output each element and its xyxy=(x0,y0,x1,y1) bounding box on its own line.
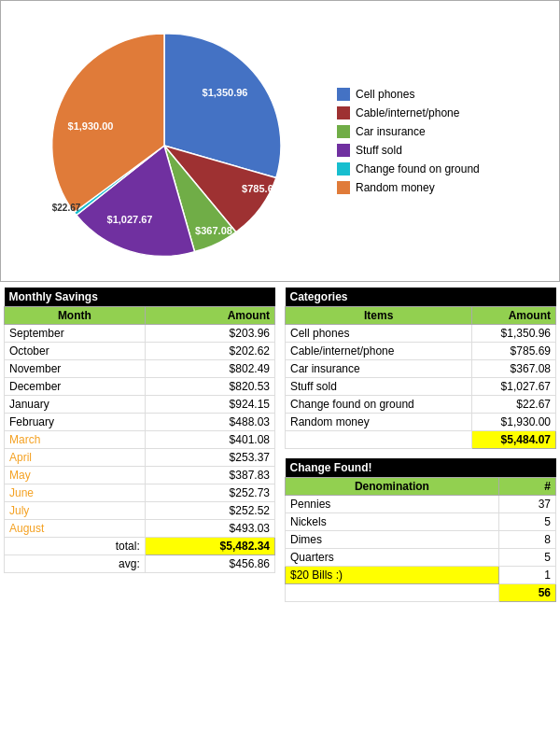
legend-label-car-insurance: Car insurance xyxy=(356,125,426,138)
table-row: January $924.15 xyxy=(5,396,275,414)
categories-table: Categories Items Amount Cell phones $1,3… xyxy=(285,288,556,449)
change-found-title: Change Found! xyxy=(286,458,556,478)
svg-text:$1,027.67: $1,027.67 xyxy=(107,214,153,225)
change-total-row: 56 xyxy=(286,584,556,602)
table-row: May $387.83 xyxy=(5,467,275,484)
table-row: Cell phones $1,350.96 xyxy=(286,325,556,343)
table-row: July $252.52 xyxy=(5,502,275,520)
denom-1: Nickels xyxy=(286,513,499,531)
amount-may: $387.83 xyxy=(145,467,274,484)
legend-label-random: Random money xyxy=(356,181,435,194)
table-row: Quarters 5 xyxy=(286,549,556,567)
month-february: February xyxy=(5,414,146,431)
amount-april: $253.37 xyxy=(145,449,274,467)
cat-total-row: $5,484.07 xyxy=(286,431,556,449)
denom-2: Dimes xyxy=(286,531,499,549)
tables-section: Monthly Savings Month Amount September $… xyxy=(0,282,560,608)
cat-val-3: $1,027.67 xyxy=(472,378,556,396)
amount-september: $203.96 xyxy=(145,325,274,343)
legend-color-change xyxy=(337,162,350,175)
header-items: Items xyxy=(286,307,472,325)
num-1: 5 xyxy=(498,513,555,531)
legend-item-cable: Cable/internet/phone xyxy=(337,106,480,119)
table-row: Change found on ground $22.67 xyxy=(286,396,556,414)
table-row: October $202.62 xyxy=(5,343,275,360)
header-month: Month xyxy=(5,307,146,325)
month-november: November xyxy=(5,360,146,378)
cat-val-2: $367.08 xyxy=(472,360,556,378)
table-row: Random money $1,930.00 xyxy=(286,414,556,431)
header-amount-cat: Amount xyxy=(472,307,556,325)
change-found-table: Change Found! Denomination # Pennies 37 … xyxy=(285,458,556,602)
table-row: September $203.96 xyxy=(5,325,275,343)
month-september: September xyxy=(5,325,146,343)
cat-item-1: Cable/internet/phone xyxy=(286,343,472,360)
svg-text:$1,930.00: $1,930.00 xyxy=(68,120,114,132)
cat-item-3: Stuff sold xyxy=(286,378,472,396)
table-row: April $253.37 xyxy=(5,449,275,467)
legend-color-cable xyxy=(337,106,350,119)
amount-august: $493.03 xyxy=(145,520,274,538)
amount-july: $252.52 xyxy=(145,502,274,520)
num-4: 1 xyxy=(498,567,555,584)
amount-march: $401.08 xyxy=(145,431,274,449)
table-row: February $488.03 xyxy=(5,414,275,431)
num-0: 37 xyxy=(498,496,555,513)
table-row: Nickels 5 xyxy=(286,513,556,531)
table-row: Cable/internet/phone $785.69 xyxy=(286,343,556,360)
table-row: Stuff sold $1,027.67 xyxy=(286,378,556,396)
table-row: Dimes 8 xyxy=(286,531,556,549)
amount-november: $802.49 xyxy=(145,360,274,378)
header-denomination: Denomination xyxy=(286,478,499,496)
cat-item-5: Random money xyxy=(286,414,472,431)
num-2: 8 xyxy=(498,531,555,549)
table-row: June $252.73 xyxy=(5,484,275,502)
table-row: December $820.53 xyxy=(5,378,275,396)
svg-text:$367.08: $367.08 xyxy=(195,225,232,236)
amount-october: $202.62 xyxy=(145,343,274,360)
pie-chart: $1,350.96 $785.69 $367.08 $1,027.67 $22.… xyxy=(20,10,318,272)
table-row: November $802.49 xyxy=(5,360,275,378)
legend-item-cell-phones: Cell phones xyxy=(337,88,480,101)
right-tables: Categories Items Amount Cell phones $1,3… xyxy=(285,288,556,602)
legend-item-change: Change found on ground xyxy=(337,162,480,175)
amount-june: $252.73 xyxy=(145,484,274,502)
amount-february: $488.03 xyxy=(145,414,274,431)
table-row: Pennies 37 xyxy=(286,496,556,513)
legend-label-stuff-sold: Stuff sold xyxy=(356,144,402,157)
legend-color-stuff-sold xyxy=(337,144,350,157)
cat-item-4: Change found on ground xyxy=(286,396,472,414)
cat-item-0: Cell phones xyxy=(286,325,472,343)
cat-total-value: $5,484.07 xyxy=(472,431,556,449)
cat-val-0: $1,350.96 xyxy=(472,325,556,343)
cat-val-1: $785.69 xyxy=(472,343,556,360)
denom-4: $20 Bills :) xyxy=(286,567,499,584)
num-3: 5 xyxy=(498,549,555,567)
month-october: October xyxy=(5,343,146,360)
cat-total-empty xyxy=(286,431,472,449)
legend-color-car-insurance xyxy=(337,125,350,138)
legend-color-random xyxy=(337,181,350,194)
svg-text:$1,350.96: $1,350.96 xyxy=(203,87,248,98)
change-total-value: 56 xyxy=(498,584,555,602)
denom-3: Quarters xyxy=(286,549,499,567)
chart-legend: Cell phones Cable/internet/phone Car ins… xyxy=(337,88,480,194)
table-row: $20 Bills :) 1 xyxy=(286,567,556,584)
amount-december: $820.53 xyxy=(145,378,274,396)
monthly-savings-title: Monthly Savings xyxy=(5,288,275,307)
legend-label-cable: Cable/internet/phone xyxy=(356,106,459,119)
monthly-savings-table: Monthly Savings Month Amount September $… xyxy=(4,288,275,602)
cat-val-5: $1,930.00 xyxy=(472,414,556,431)
categories-title: Categories xyxy=(286,288,556,307)
avg-row: avg: $456.86 xyxy=(5,555,275,573)
total-label: total: xyxy=(5,538,146,555)
cat-item-2: Car insurance xyxy=(286,360,472,378)
denom-0: Pennies xyxy=(286,496,499,513)
amount-january: $924.15 xyxy=(145,396,274,414)
header-amount-monthly: Amount xyxy=(145,307,274,325)
table-row: Car insurance $367.08 xyxy=(286,360,556,378)
chart-section: $1,350.96 $785.69 $367.08 $1,027.67 $22.… xyxy=(0,0,560,282)
month-april: April xyxy=(5,449,146,467)
month-january: January xyxy=(5,396,146,414)
table-row: March $401.08 xyxy=(5,431,275,449)
